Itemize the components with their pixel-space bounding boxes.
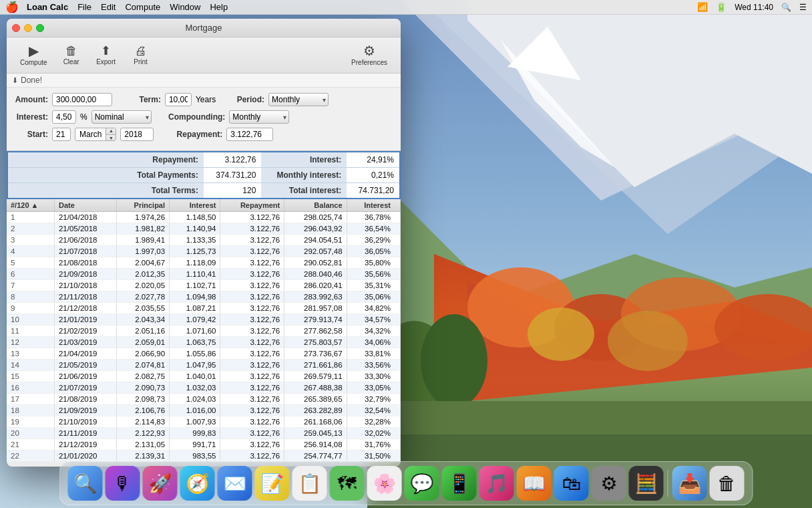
clear-button[interactable]: 🗑 Clear [55,42,87,68]
dock-itunes[interactable]: 🎵 [479,466,514,501]
compute-menu[interactable]: Compute [125,2,160,12]
cell-4: 3.122,76 [220,223,284,235]
cell-2: 1.974,26 [117,212,170,223]
table-row[interactable]: 1521/06/20192.082,751.040,013.122,76269.… [7,371,401,382]
compute-button[interactable]: ▶ Compute [15,41,53,69]
start-year-input[interactable] [120,128,154,141]
amount-input[interactable] [52,93,112,106]
cell-2: 2.131,05 [117,439,170,451]
edit-menu[interactable]: Edit [101,2,116,12]
cell-2: 2.122,93 [117,428,170,439]
dock-mail[interactable]: ✉️ [218,466,252,501]
cell-6: 32,28% [347,416,400,428]
period-select[interactable]: Monthly Weekly Bi-weekly Quarterly [268,93,329,106]
dock-appstore[interactable]: 🛍 [554,466,589,501]
table-row[interactable]: 421/07/20181.997,031.125,733.122,76292.0… [7,246,401,257]
table-row[interactable]: 2221/01/20202.139,31983,553.122,76254.77… [7,451,401,462]
interest-input[interactable] [52,110,76,124]
table-row[interactable]: 1021/01/20192.043,341.079,423.122,76279.… [7,314,401,326]
table-row[interactable]: 1221/03/20192.059,011.063,753.122,76275.… [7,337,401,348]
dock-reminders[interactable]: 📋 [292,466,327,501]
table-row[interactable]: 821/11/20182.027,781.094,983.122,76283.9… [7,291,401,303]
cell-1: 21/09/2018 [54,269,116,280]
table-row[interactable]: 2021/11/20192.122,93999,833.122,76259.04… [7,428,401,439]
header-interest[interactable]: Interest [170,199,220,212]
cell-3: 1.079,42 [170,314,220,326]
dock-systemprefs[interactable]: ⚙ [592,466,626,501]
search-icon[interactable]: 🔍 [781,3,791,12]
table-row[interactable]: 1921/10/20192.114,831.007,933.122,76261.… [7,416,401,428]
header-num[interactable]: #/120 ▲ [7,199,54,212]
dock-photos[interactable]: 🌸 [367,466,402,501]
cell-0: 20 [7,428,54,439]
table-row[interactable]: 121/04/20181.974,261.148,503.122,76298.0… [7,212,401,223]
table-row[interactable]: 1421/05/20192.074,811.047,953.122,76271.… [7,360,401,371]
help-menu[interactable]: Help [210,2,228,12]
start-day-input[interactable] [52,128,71,141]
header-interest-pct[interactable]: Interest [347,199,400,212]
month-up-button[interactable]: ▲ [106,128,116,135]
header-principal[interactable]: Principal [117,199,170,212]
export-icon: ⬆ [101,45,111,57]
compounding-select[interactable]: Monthly Weekly Daily [229,110,289,124]
table-row[interactable]: 1121/02/20192.051,161.071,603.122,76277.… [7,326,401,337]
file-menu[interactable]: File [77,2,91,12]
cell-6: 31,76% [347,439,400,451]
dock-safari[interactable]: 🧭 [180,466,215,501]
table-row[interactable]: 1621/07/20192.090,731.032,033.122,76267.… [7,382,401,394]
cell-4: 3.122,76 [220,326,284,337]
repayment-input[interactable] [226,128,273,141]
cell-4: 3.122,76 [220,212,284,223]
total-interest-value: 74.731,20 [347,183,399,199]
cell-3: 1.110,41 [170,269,220,280]
maximize-button[interactable] [36,24,44,32]
table-row[interactable]: 221/05/20181.981,821.140,943.122,76296.0… [7,223,401,235]
cell-6: 35,56% [347,269,400,280]
table-row[interactable]: 921/12/20182.035,551.087,213.122,76281.9… [7,303,401,314]
table-row[interactable]: 2121/12/20192.131,05991,713.122,76256.91… [7,439,401,451]
table-row[interactable]: 1321/04/20192.066,901.055,863.122,76273.… [7,348,401,360]
table-row[interactable]: 1721/08/20192.098,731.024,033.122,76265.… [7,394,401,405]
header-balance[interactable]: Balance [284,199,347,212]
dock-siri[interactable]: 🎙 [106,466,140,501]
table-row[interactable]: 621/09/20182.012,351.110,413.122,76288.0… [7,269,401,280]
month-down-button[interactable]: ▼ [106,135,116,142]
table-row[interactable]: 521/08/20182.004,671.118,093.122,76290.0… [7,257,401,269]
dock-messages[interactable]: 💬 [405,466,439,501]
dock-downloads[interactable]: 📥 [672,466,707,501]
dock-trash[interactable]: 🗑 [710,466,745,501]
cell-5: 281.957,08 [284,303,347,314]
table-row[interactable]: 1821/09/20192.106,761.016,003.122,76263.… [7,405,401,416]
dock-notes[interactable]: 📝 [255,466,290,501]
cell-6: 33,30% [347,371,400,382]
apple-menu[interactable]: 🍎 [5,1,19,13]
dock-launchpad[interactable]: 🚀 [143,466,178,501]
dock-ibooks[interactable]: 📖 [517,466,552,501]
minimize-button[interactable] [24,24,32,32]
close-button[interactable] [12,24,20,32]
monthly-interest-value: 0,21% [347,168,399,183]
nominal-select[interactable]: Nominal Effective [91,110,152,124]
data-table-container[interactable]: #/120 ▲ Date Principal Interest Repaymen… [7,199,401,467]
window-menu[interactable]: Window [170,2,200,12]
dock-calculator[interactable]: 🧮 [629,466,664,501]
preferences-button[interactable]: ⚙ Preferences [346,41,393,69]
menu-extras-icon[interactable]: ☰ [799,3,807,12]
cell-4: 3.122,76 [220,246,284,257]
table-row[interactable]: 721/10/20182.020,051.102,713.122,76286.0… [7,280,401,291]
print-button[interactable]: 🖨 Print [125,42,157,68]
percent-label: % [80,112,87,122]
table-row[interactable]: 321/06/20181.989,411.133,353.122,76294.0… [7,235,401,246]
cell-3: 1.118,09 [170,257,220,269]
summary-table: Repayment: 3.122,76 Interest: 24,91% Tot… [8,152,399,198]
cell-3: 1.125,73 [170,246,220,257]
app-name-menu[interactable]: Loan Calc [27,2,68,12]
cell-6: 35,06% [347,291,400,303]
header-repayment[interactable]: Repayment [220,199,284,212]
export-button[interactable]: ⬆ Export [90,42,122,68]
header-date[interactable]: Date [54,199,116,212]
dock-finder[interactable]: 🔍 [68,466,103,501]
term-input[interactable] [165,93,192,106]
dock-facetime[interactable]: 📱 [442,466,477,501]
dock-maps[interactable]: 🗺 [330,466,365,501]
